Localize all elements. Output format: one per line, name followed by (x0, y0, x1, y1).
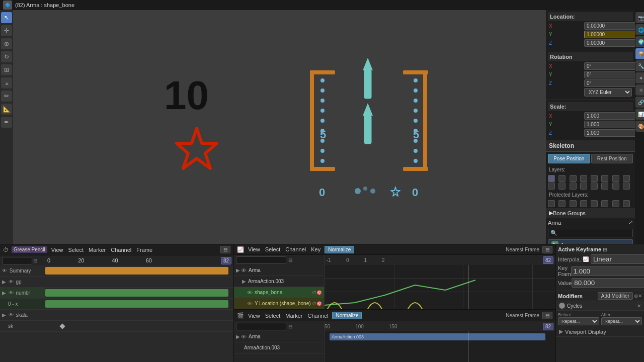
graph-frame-display[interactable]: 82 (543, 256, 553, 264)
layer-dot-2[interactable] (558, 175, 566, 182)
timeline-marker-menu[interactable]: Marker (88, 247, 107, 253)
layer-dot-10[interactable] (558, 183, 566, 190)
layer-dot-3[interactable] (570, 175, 577, 182)
timeline-view-menu[interactable]: View (50, 247, 64, 253)
material-icon[interactable]: 🎨 (635, 121, 644, 132)
particles-icon[interactable]: ✦ (635, 72, 644, 83)
protected-dot-3[interactable] (570, 200, 577, 207)
protected-dot-2[interactable] (558, 200, 566, 207)
graph-collapse-btn[interactable]: ⊟ (542, 246, 552, 253)
viewport[interactable]: 10 (13, 10, 546, 244)
cycles-close[interactable]: ✕ (637, 303, 641, 309)
protected-dot-7[interactable] (612, 200, 619, 207)
graph-ylocation-eye[interactable]: 👁 (247, 301, 253, 307)
timeline-channel-menu[interactable]: Channel (110, 247, 132, 253)
nla-select-menu[interactable]: Select (264, 313, 282, 319)
cycles-dot[interactable] (559, 303, 565, 309)
arma-object-row[interactable]: 🦴 Arma (548, 239, 633, 244)
graph-select-menu[interactable]: Select (264, 246, 282, 252)
layer-dot-16[interactable] (623, 183, 630, 190)
move-tool[interactable]: ⊕ (1, 38, 12, 49)
layer-dot-4[interactable] (580, 175, 587, 182)
scale-y-input[interactable] (584, 121, 635, 128)
nla-view-menu[interactable]: View (247, 313, 261, 319)
graph-arma-eye[interactable]: 👁 (241, 267, 247, 274)
modifier-icon[interactable]: 🔧 (635, 60, 644, 71)
layer-dot-12[interactable] (580, 183, 587, 190)
graph-armaaction-row[interactable]: ▶ ArmaAction.003 (234, 276, 324, 287)
before-select[interactable]: Repeat... (558, 317, 599, 325)
sk-track-content[interactable] (45, 321, 233, 331)
graph-arma-expand[interactable]: ▶ (236, 267, 240, 273)
scale-x-input[interactable] (584, 112, 635, 120)
location-z-input[interactable] (584, 39, 635, 47)
zero-x-track-content[interactable] (45, 299, 233, 309)
timeline-toggle[interactable]: ⊟ (33, 258, 37, 263)
nla-normalize-btn[interactable]: Normalize (332, 312, 362, 319)
nla-armaaction-track[interactable]: ArmaAction.003 (234, 342, 324, 353)
after-select[interactable]: Repeat... (601, 317, 642, 325)
constraints-icon[interactable]: 🔗 (635, 97, 644, 108)
nla-channel-menu[interactable]: Channel (306, 313, 329, 319)
location-header[interactable]: Location: (548, 12, 633, 21)
graph-arma-row[interactable]: ▶ 👁 Arma (234, 265, 324, 276)
layer-dot-11[interactable] (570, 183, 577, 190)
normalize-btn[interactable]: Normalize (325, 246, 354, 253)
numbr-eye[interactable]: 👁 (9, 290, 14, 296)
scene-icon[interactable]: 🌐 (635, 24, 644, 35)
keyframe-expand[interactable]: ⊟ (603, 247, 607, 252)
layer-dot-15[interactable] (612, 183, 619, 190)
layer-dot-13[interactable] (591, 183, 598, 190)
rest-position-btn[interactable]: Rest Position (591, 154, 633, 163)
protected-dot-5[interactable] (591, 200, 598, 207)
scale-z-input[interactable] (584, 129, 635, 137)
rotation-y-input[interactable] (584, 71, 635, 78)
numbr-expand[interactable]: ▶ (2, 290, 6, 296)
graph-toggle-btn[interactable]: ⊟ (288, 257, 292, 263)
skala-eye[interactable]: 👁 (9, 312, 14, 318)
layer-dot-6[interactable] (601, 175, 608, 182)
summary-track-content[interactable] (45, 265, 233, 276)
nla-frame-display[interactable]: 82 (543, 323, 553, 330)
object-icon[interactable]: 📦 (635, 48, 644, 59)
add-modifier-btn[interactable]: Add Modifier (598, 292, 633, 300)
location-y-input[interactable] (584, 31, 635, 38)
graph-shapebone-eye[interactable]: 👁 (247, 290, 253, 296)
timeline-collapse-btn[interactable]: ⊟ (220, 246, 230, 253)
rotation-mode-select[interactable]: XYZ Euler (584, 88, 632, 97)
graph-search-input[interactable] (236, 256, 286, 264)
graph-view-menu[interactable]: View (247, 246, 261, 252)
rotation-header[interactable]: Rotation (548, 52, 633, 61)
graph-shapebone-row[interactable]: 👁 shape_bone ⏱🎯 (234, 287, 324, 298)
skeleton-header[interactable]: Skeleton (546, 140, 635, 152)
draw-tool[interactable]: ✏ (1, 90, 12, 102)
layer-dot-8[interactable] (623, 175, 630, 182)
numbr-track-content[interactable] (45, 288, 233, 298)
graph-armaaction-expand[interactable]: ▶ (242, 279, 246, 284)
protected-dot-1[interactable] (548, 200, 555, 207)
nla-graph-area[interactable]: ArmaAction.003 (325, 331, 555, 362)
select-tool[interactable]: ↖ (1, 12, 12, 23)
grease-pencil-label[interactable]: Grease Pencil (12, 246, 47, 253)
protected-dot-8[interactable] (623, 200, 630, 207)
world-icon[interactable]: 🌍 (635, 36, 644, 47)
physics-icon[interactable]: ⚛ (635, 84, 644, 96)
scale-header[interactable]: Scale: (548, 102, 633, 111)
summary-eye[interactable]: 👁 (2, 268, 7, 274)
protected-dot-6[interactable] (601, 200, 608, 207)
location-x-input[interactable] (584, 22, 635, 30)
nla-arma-track[interactable]: ▶ 👁 Arma (234, 331, 324, 342)
graph-ylocation-row[interactable]: 👁 Y Location (shape_bone) ⏱🎯 (234, 298, 324, 309)
transform-tool[interactable]: ⟁ (1, 77, 12, 88)
annotate-tool[interactable]: ✒ (1, 117, 12, 128)
rotate-tool[interactable]: ↻ (1, 51, 12, 62)
rotation-x-input[interactable] (584, 62, 635, 70)
nla-toggle-btn[interactable]: ⊟ (288, 324, 292, 329)
graph-curve-area[interactable] (325, 265, 555, 309)
interpolation-input[interactable] (591, 254, 644, 264)
gp-eye[interactable]: 👁 (9, 279, 14, 285)
rotation-z-input[interactable] (584, 79, 635, 87)
gp-track-content[interactable] (45, 277, 233, 287)
skala-track-content[interactable] (45, 310, 233, 320)
skala-expand[interactable]: ▶ (2, 312, 6, 318)
